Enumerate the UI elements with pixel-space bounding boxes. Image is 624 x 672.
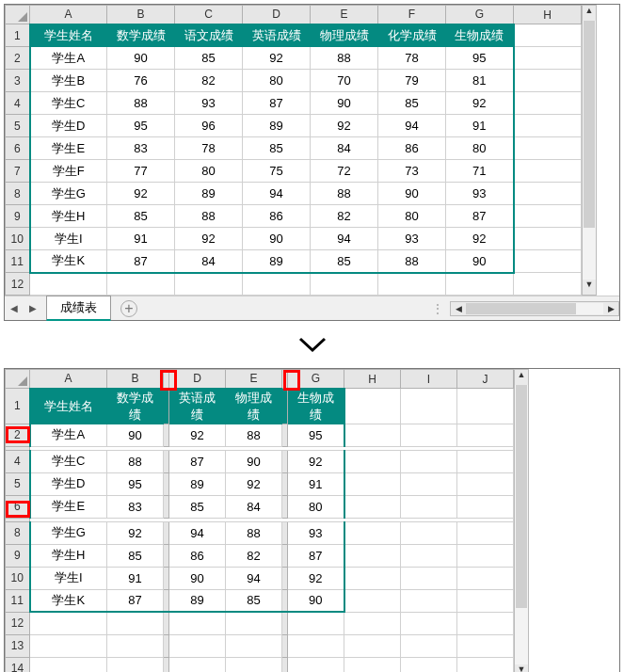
cell[interactable]: 90 [288,589,344,612]
scroll-up-icon[interactable]: ▲ [515,370,528,385]
cell[interactable] [514,70,582,92]
table-header[interactable]: 物理成绩 [311,24,378,47]
cell[interactable] [457,544,514,567]
row-header[interactable]: 12 [6,612,30,634]
scroll-thumb[interactable] [516,385,527,608]
cell[interactable] [457,495,514,518]
col-header-C[interactable]: C [175,6,243,24]
row-header[interactable]: 3 [6,70,30,92]
cell[interactable]: 85 [243,137,311,160]
cell[interactable]: 88 [107,450,164,472]
row-header[interactable]: 9 [6,544,30,567]
row-header[interactable]: 6 [6,495,30,518]
cell[interactable]: 80 [378,205,446,228]
row-header[interactable]: 10 [6,228,30,250]
table-header[interactable]: 数学成绩 [107,389,164,424]
cell[interactable] [401,589,457,612]
cell[interactable]: 90 [107,47,175,70]
cell[interactable] [288,634,344,657]
cell[interactable] [30,657,107,672]
cell[interactable]: 77 [107,160,175,183]
table-header[interactable]: 英语成绩 [169,389,226,424]
cell[interactable]: 89 [169,589,226,612]
cell[interactable]: 92 [288,567,344,589]
table-header[interactable]: 生物成绩 [288,389,344,424]
cell[interactable] [514,250,582,273]
cell[interactable] [514,24,582,47]
cell[interactable]: 73 [378,160,446,183]
cell[interactable] [457,567,514,589]
row-header[interactable]: 8 [6,183,30,205]
cell[interactable] [175,273,243,296]
cell[interactable]: 89 [243,250,311,273]
cell[interactable]: 学生K [30,250,107,273]
col-header-G[interactable]: G [288,370,344,389]
cell[interactable] [457,389,514,424]
cell[interactable]: 80 [243,70,311,92]
cell[interactable] [401,657,457,672]
cell[interactable]: 学生A [30,47,107,70]
table-header[interactable]: 英语成绩 [243,24,311,47]
col-header-D[interactable]: D [169,370,226,389]
cell[interactable] [457,472,514,495]
scroll-left-icon[interactable]: ◀ [451,304,466,313]
cell[interactable]: 92 [226,472,282,495]
cell[interactable] [514,115,582,137]
cell[interactable] [457,634,514,657]
cell[interactable]: 94 [226,567,282,589]
row-header[interactable]: 4 [6,92,30,115]
col-header-A[interactable]: A [30,6,107,24]
cell[interactable]: 88 [311,47,378,70]
cell[interactable] [457,589,514,612]
cell[interactable] [457,424,514,446]
cell[interactable] [243,273,311,296]
cell[interactable]: 92 [243,47,311,70]
cell[interactable] [107,634,164,657]
col-header-I[interactable]: I [401,370,457,389]
cell[interactable] [457,612,514,634]
cell[interactable]: 78 [175,137,243,160]
cell[interactable]: 85 [107,205,175,228]
cell[interactable]: 89 [169,472,226,495]
cell[interactable]: 93 [288,521,344,544]
col-header-G[interactable]: G [446,6,514,24]
cell[interactable]: 86 [378,137,446,160]
cell[interactable]: 90 [169,567,226,589]
cell[interactable]: 学生D [30,472,107,495]
cell[interactable] [457,521,514,544]
cell[interactable]: 75 [243,160,311,183]
cell[interactable]: 学生G [30,183,107,205]
cell[interactable] [311,273,378,296]
scroll-right-icon[interactable]: ▶ [603,304,618,313]
cell[interactable]: 94 [169,521,226,544]
cell[interactable]: 学生K [30,589,107,612]
cell[interactable]: 92 [107,183,175,205]
cell[interactable]: 91 [107,567,164,589]
cell[interactable]: 91 [288,472,344,495]
cell[interactable]: 93 [446,183,514,205]
row-header[interactable]: 11 [6,250,30,273]
col-header-E[interactable]: E [311,6,378,24]
cell[interactable]: 95 [446,47,514,70]
cell[interactable]: 85 [226,589,282,612]
cell[interactable]: 89 [243,115,311,137]
scroll-thumb[interactable] [584,21,595,228]
cell[interactable]: 87 [107,589,164,612]
cell[interactable]: 78 [378,47,446,70]
cell[interactable] [401,389,457,424]
cell[interactable] [107,612,164,634]
tab-nav-prev-icon[interactable]: ◀ [5,299,24,318]
cell[interactable] [401,544,457,567]
scroll-down-icon[interactable]: ▼ [515,664,528,673]
cell[interactable]: 82 [311,205,378,228]
cell[interactable] [288,612,344,634]
cell[interactable] [514,160,582,183]
cell[interactable] [107,657,164,672]
cell[interactable] [169,612,226,634]
cell[interactable] [344,389,401,424]
cell[interactable] [344,450,401,472]
cell[interactable] [344,495,401,518]
cell[interactable]: 83 [107,137,175,160]
cell[interactable]: 81 [446,70,514,92]
cell[interactable]: 92 [169,424,226,446]
